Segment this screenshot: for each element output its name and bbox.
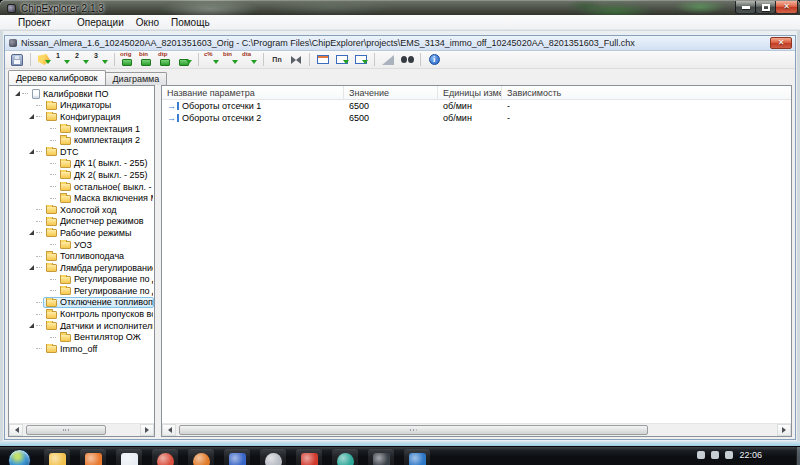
- new-window-button[interactable]: [314, 52, 332, 68]
- tree-item[interactable]: Регулирование по ДК1: [9, 274, 154, 286]
- write-chip-button[interactable]: [176, 52, 194, 68]
- start-button[interactable]: [8, 449, 31, 465]
- app-blue-h-taskbar-button[interactable]: [224, 449, 250, 465]
- tree-item[interactable]: УОЗ: [9, 239, 154, 251]
- load-chk-button[interactable]: c%: [203, 52, 221, 68]
- add-window-2-button[interactable]: [352, 52, 370, 68]
- app-red-a-taskbar-button[interactable]: [296, 449, 322, 465]
- child-titlebar[interactable]: Nissan_Almera_1.6_10245020AA_8201351603_…: [5, 36, 795, 51]
- save-orig-button[interactable]: orig: [119, 52, 137, 68]
- close-button[interactable]: ✕: [775, 1, 798, 14]
- scroll-left-arrow-icon[interactable]: [9, 424, 23, 436]
- tree-item[interactable]: Контроль пропусков воспламене: [9, 308, 154, 320]
- save-button[interactable]: [8, 52, 26, 68]
- tree-item[interactable]: Immo_off: [9, 343, 154, 355]
- scroll-thumb[interactable]: [179, 425, 648, 435]
- load-slot2-button[interactable]: 2: [73, 52, 91, 68]
- explorer-folder-taskbar-button[interactable]: [44, 449, 70, 465]
- child-close-button[interactable]: ✕: [770, 37, 792, 49]
- titlebar[interactable]: ChipExplorer 2.1.3 ✕: [0, 0, 800, 15]
- menu-help[interactable]: Помощь: [165, 15, 216, 29]
- expander-icon[interactable]: [27, 323, 36, 328]
- table-row[interactable]: →Обороты отсечки 16500об/мин-: [162, 100, 791, 112]
- column-header-dependency[interactable]: Зависимость: [502, 86, 791, 99]
- tree-item[interactable]: Топливоподача: [9, 250, 154, 262]
- compare-button[interactable]: Пn: [268, 52, 286, 68]
- expander-icon[interactable]: [27, 114, 36, 119]
- tree-item[interactable]: Маска включения MIL: [9, 192, 154, 204]
- merge-button[interactable]: [287, 52, 305, 68]
- tree-item[interactable]: Конфигурация: [9, 111, 154, 123]
- about-button[interactable]: i: [425, 52, 443, 68]
- tray-icon[interactable]: [725, 451, 733, 459]
- tree-item[interactable]: Рабочие режимы: [9, 227, 154, 239]
- menu-project[interactable]: Проект: [12, 15, 57, 29]
- maximize-button[interactable]: [755, 1, 776, 14]
- folder-icon: [60, 125, 71, 133]
- app-teal-taskbar-button[interactable]: [332, 449, 358, 465]
- tree-item[interactable]: Лямбда регулирование: [9, 262, 154, 274]
- bin-label: bin: [139, 51, 148, 58]
- app-gray-circle-taskbar-button[interactable]: [260, 449, 286, 465]
- app-white-m-taskbar-button[interactable]: [116, 449, 142, 465]
- scroll-left-arrow-icon[interactable]: [162, 424, 176, 436]
- show-desktop-button[interactable]: [796, 447, 800, 465]
- expander-icon[interactable]: [27, 265, 36, 270]
- tree-item[interactable]: Вентилятор ОЖ: [9, 331, 154, 343]
- expander-icon[interactable]: [27, 230, 36, 235]
- load-slot1-button[interactable]: 1: [54, 52, 72, 68]
- tab-diagram[interactable]: Диаграмма: [106, 72, 168, 85]
- column-header-units[interactable]: Единицы изме…: [438, 86, 502, 99]
- tree-item[interactable]: Диспетчер режимов: [9, 216, 154, 228]
- table-horizontal-scrollbar[interactable]: [162, 423, 791, 436]
- tree-item[interactable]: ДК 2( выкл. - 255): [9, 169, 154, 181]
- scroll-track[interactable]: [176, 424, 777, 436]
- menu-operations[interactable]: Операции: [71, 15, 130, 29]
- search-button[interactable]: [398, 52, 416, 68]
- table-row[interactable]: →Обороты отсечки 26500об/мин-: [162, 112, 791, 124]
- save-bin-button[interactable]: bin: [138, 52, 156, 68]
- scroll-right-arrow-icon[interactable]: [140, 424, 154, 436]
- app-orange-taskbar-button[interactable]: [80, 449, 106, 465]
- tab-calibration-tree[interactable]: Дерево калибровок: [8, 70, 106, 85]
- tree-item[interactable]: ДК 1( выкл. - 255): [9, 158, 154, 170]
- minimize-button[interactable]: [735, 1, 756, 14]
- tray-icon[interactable]: [711, 451, 719, 459]
- scroll-right-arrow-icon[interactable]: [777, 424, 791, 436]
- load-dta-button[interactable]: dta: [241, 52, 259, 68]
- tree-connector: [36, 209, 42, 210]
- app-blue-taskbar-button[interactable]: [404, 449, 430, 465]
- scroll-track[interactable]: [23, 424, 140, 436]
- tree-item[interactable]: комплектация 1: [9, 123, 154, 135]
- tree-item[interactable]: Регулирование по ДК2: [9, 285, 154, 297]
- chart-button[interactable]: [379, 52, 397, 68]
- tree-item[interactable]: остальное( выкл. - 255): [9, 181, 154, 193]
- folder-icon: [46, 229, 57, 237]
- column-header-value[interactable]: Значение: [344, 86, 438, 99]
- load-bin-button[interactable]: bin: [222, 52, 240, 68]
- chrome-taskbar-button[interactable]: [152, 449, 178, 465]
- app-dark-taskbar-button[interactable]: [368, 449, 394, 465]
- tree-item[interactable]: Отключение топливоподачи: [9, 297, 154, 309]
- expander-icon[interactable]: [27, 149, 36, 154]
- tree-item[interactable]: Калибровки ПО: [9, 88, 154, 100]
- tree-connector: [36, 348, 42, 349]
- tree-item[interactable]: Датчики и исполнительные меха: [9, 320, 154, 332]
- tray-icon[interactable]: [697, 451, 705, 459]
- scroll-thumb[interactable]: [26, 425, 106, 435]
- menu-window[interactable]: Окно: [130, 15, 165, 29]
- minimize-icon: [742, 6, 750, 9]
- green-arrow-icon: [45, 60, 51, 67]
- load-project-button[interactable]: [35, 52, 53, 68]
- tree-item[interactable]: DTC: [9, 146, 154, 158]
- tree-item[interactable]: Холостой ход: [9, 204, 154, 216]
- tree-item[interactable]: Индикаторы: [9, 100, 154, 112]
- save-dtp-button[interactable]: dtp: [157, 52, 175, 68]
- tree-item[interactable]: комплектация 2: [9, 134, 154, 146]
- column-header-name[interactable]: Название параметра: [162, 86, 344, 99]
- tree-horizontal-scrollbar[interactable]: [9, 423, 154, 436]
- expander-icon[interactable]: [13, 91, 22, 96]
- firefox-taskbar-button[interactable]: [188, 449, 214, 465]
- add-window-button[interactable]: [333, 52, 351, 68]
- load-slot3-button[interactable]: 3: [92, 52, 110, 68]
